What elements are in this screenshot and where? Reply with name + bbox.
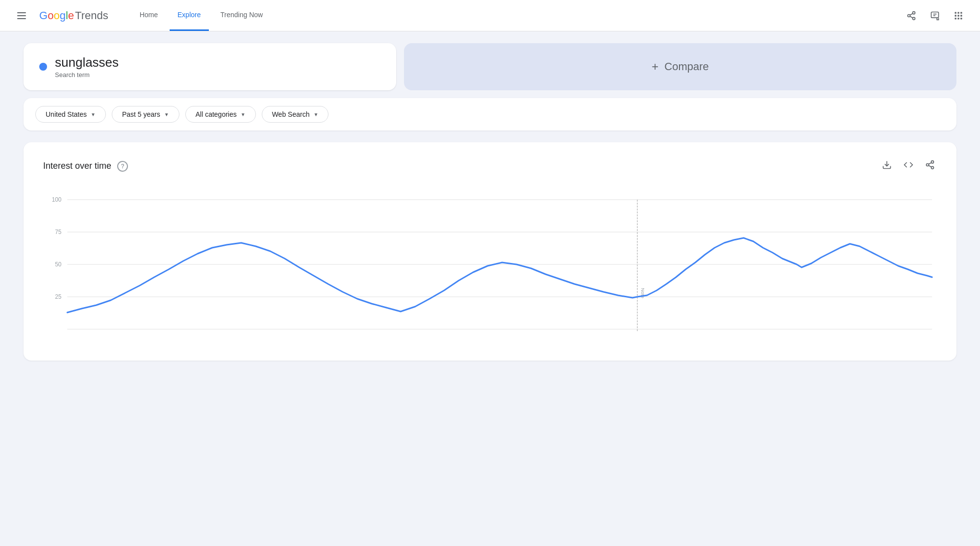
chart-section: Interest over time ? xyxy=(24,142,956,361)
svg-rect-13 xyxy=(960,12,962,13)
search-subtitle: Search term xyxy=(55,71,119,78)
chart-actions xyxy=(880,158,937,174)
svg-line-25 xyxy=(929,162,931,164)
category-chevron: ▼ xyxy=(241,112,246,117)
svg-point-4 xyxy=(908,14,910,17)
apps-button[interactable] xyxy=(949,6,968,26)
svg-point-21 xyxy=(931,161,934,163)
time-filter[interactable]: Past 5 years ▼ xyxy=(112,106,179,123)
share-button[interactable] xyxy=(902,6,921,26)
logo[interactable]: Google Trends xyxy=(39,9,108,22)
region-label: United States xyxy=(46,110,87,118)
search-type-chevron: ▼ xyxy=(313,112,318,117)
chart-title: Interest over time xyxy=(43,161,111,171)
chart-title-group: Interest over time ? xyxy=(43,161,128,172)
help-icon[interactable]: ? xyxy=(117,161,128,172)
svg-rect-18 xyxy=(957,18,959,19)
compare-plus-icon: + xyxy=(652,60,658,74)
category-label: All categories xyxy=(196,110,237,118)
trend-chart: 100 75 50 25 Note xyxy=(43,190,937,347)
svg-point-3 xyxy=(913,11,915,14)
nav-home[interactable]: Home xyxy=(132,0,166,31)
share-chart-button[interactable] xyxy=(923,158,937,174)
nav-trending[interactable]: Trending Now xyxy=(213,0,271,31)
svg-text:25: 25 xyxy=(55,293,62,300)
compare-label: Compare xyxy=(664,60,708,73)
download-button[interactable] xyxy=(880,158,894,174)
compare-box[interactable]: + Compare xyxy=(404,43,956,90)
search-type-label: Web Search xyxy=(272,110,310,118)
svg-rect-14 xyxy=(955,15,956,16)
time-label: Past 5 years xyxy=(122,110,160,118)
search-box: sunglasses Search term xyxy=(24,43,396,90)
search-type-filter[interactable]: Web Search ▼ xyxy=(262,106,329,123)
chart-container: 100 75 50 25 Note xyxy=(43,190,937,349)
feedback-button[interactable] xyxy=(925,6,945,26)
chart-header: Interest over time ? xyxy=(43,158,937,174)
filter-row: United States ▼ Past 5 years ▼ All categ… xyxy=(24,98,956,130)
nav-explore[interactable]: Explore xyxy=(170,0,208,31)
header-actions xyxy=(902,6,968,26)
svg-line-24 xyxy=(929,165,931,167)
main-content: sunglasses Search term + Compare United … xyxy=(0,31,980,372)
svg-rect-1 xyxy=(17,15,26,16)
svg-rect-8 xyxy=(931,12,939,18)
svg-line-7 xyxy=(910,13,913,15)
svg-rect-19 xyxy=(960,18,962,19)
svg-rect-12 xyxy=(957,12,959,13)
svg-point-23 xyxy=(931,166,934,169)
region-filter[interactable]: United States ▼ xyxy=(35,106,106,123)
svg-rect-15 xyxy=(957,15,959,16)
search-text-group: sunglasses Search term xyxy=(55,55,119,78)
svg-rect-0 xyxy=(17,12,26,13)
svg-point-5 xyxy=(913,17,915,20)
header-left: Google Trends xyxy=(12,6,108,26)
region-chevron: ▼ xyxy=(91,112,96,117)
logo-trends-label: Trends xyxy=(75,9,108,22)
search-row: sunglasses Search term + Compare xyxy=(24,43,956,90)
embed-button[interactable] xyxy=(902,158,915,174)
svg-rect-2 xyxy=(17,18,26,19)
svg-text:75: 75 xyxy=(55,229,62,235)
header-nav: Home Explore Trending Now xyxy=(132,0,271,31)
svg-rect-17 xyxy=(955,18,956,19)
svg-rect-16 xyxy=(960,15,962,16)
svg-point-22 xyxy=(927,164,929,166)
search-term: sunglasses xyxy=(55,55,119,70)
search-dot xyxy=(39,63,47,71)
category-filter[interactable]: All categories ▼ xyxy=(185,106,256,123)
svg-line-6 xyxy=(910,16,913,18)
menu-button[interactable] xyxy=(12,6,31,26)
svg-text:50: 50 xyxy=(55,261,62,268)
header: Google Trends Home Explore Trending Now xyxy=(0,0,980,31)
svg-text:100: 100 xyxy=(52,196,62,203)
time-chevron: ▼ xyxy=(164,112,169,117)
svg-rect-11 xyxy=(955,12,956,13)
